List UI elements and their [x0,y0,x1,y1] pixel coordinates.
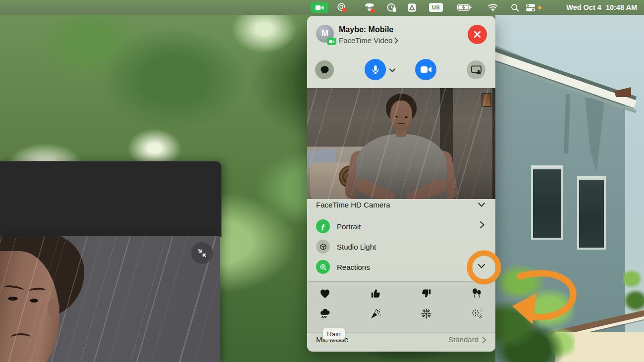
reaction-fireworks-button[interactable] [470,307,483,320]
reactions-effect-label[interactable]: Reactions [337,263,370,271]
facetime-video-menubar-button[interactable] [311,2,328,13]
rain-effect-overlay [307,88,495,199]
facetime-call-panel: M Maybe: Mobile FaceTime Video [307,16,495,352]
clock-date: Wed Oct 4 [566,3,601,11]
video-camera-icon [315,4,324,11]
call-type-link[interactable]: FaceTime Video [339,36,398,45]
facetime-badge-icon [327,38,336,45]
camera-source-chevron-icon[interactable] [478,202,485,207]
screen-share-icon [471,65,482,75]
lock-circle-icon [386,2,397,13]
house-window [577,178,606,250]
spotlight-status-item[interactable] [508,0,521,15]
magnifier-plus-icon [319,263,327,271]
close-icon [473,30,482,39]
bee-app-status-item[interactable] [362,0,377,15]
mic-mode-value[interactable]: Standard [448,335,479,344]
reaction-thumbs-up-button[interactable] [369,287,382,300]
input-source-menu[interactable]: US [429,3,443,12]
reaction-rain-button[interactable] [319,307,331,320]
chat-bubble-icon [320,65,330,75]
mic-in-use-indicator-dot [538,6,541,9]
search-icon [510,3,520,12]
reaction-lasers-button[interactable] [420,307,432,320]
portrait-f-glyph: ƒ [321,222,325,231]
avatar-initial: M [322,29,328,39]
control-center-icon [525,2,536,12]
messages-button[interactable] [315,60,334,79]
screen-mirroring-status-item[interactable] [335,0,349,15]
mic-mode-chevron-icon[interactable] [482,336,487,344]
facetime-remote-video[interactable] [0,236,220,362]
reactions-effect-icon[interactable] [316,260,330,274]
rain-tooltip-label: Rain [327,330,341,338]
reaction-confetti-button[interactable] [369,307,382,320]
bush [495,256,575,362]
clock-time: 10:48 AM [606,3,637,11]
rain-tooltip: Rain [322,328,345,340]
reaction-heart-button[interactable] [319,287,331,300]
shrink-video-button[interactable] [191,242,213,264]
reactions-grid-background [307,281,495,332]
triangle-app-status-item[interactable] [405,0,419,15]
portrait-chevron-icon[interactable] [480,221,485,229]
battery-status-item[interactable] [455,0,475,15]
camera-preview [307,88,495,199]
background-window[interactable] [0,161,221,237]
menu-bar: US [0,0,644,15]
microphone-icon [370,64,381,75]
rain-effect-overlay [0,236,220,362]
input-source-label: US [432,4,440,10]
reactions-expand-chevron-icon[interactable] [478,263,485,269]
cube-icon [319,243,327,251]
battery-charging-icon [457,2,473,12]
call-type-label: FaceTime Video [339,36,392,45]
studio-light-effect-label[interactable]: Studio Light [337,243,376,251]
mic-options-chevron[interactable] [389,66,396,75]
wifi-icon [487,2,499,12]
video-camera-icon [420,65,432,74]
shrink-arrows-icon [197,248,208,259]
screen-mirroring-icon [336,2,347,13]
portrait-effect-icon[interactable]: ƒ [316,219,330,233]
wallpaper-house-scene [495,15,644,362]
screen-share-button[interactable] [467,60,485,79]
chevron-right-icon [394,38,398,44]
reaction-thumbs-down-button[interactable] [420,287,432,300]
mute-button[interactable] [365,59,386,80]
studio-light-effect-icon[interactable] [316,240,330,254]
reaction-balloons-button[interactable] [470,287,483,300]
bush [623,262,644,317]
menu-bar-clock[interactable]: Wed Oct 4 10:48 AM [566,0,637,15]
wifi-status-item[interactable] [485,0,500,15]
privacy-lock-status-item[interactable] [384,0,398,15]
control-center-status-item[interactable] [523,0,538,15]
divider [307,281,495,282]
bee-icon [363,1,376,13]
roof-eave-end [614,87,631,97]
portrait-effect-label[interactable]: Portrait [337,222,361,231]
camera-source-label[interactable]: FaceTime HD Camera [316,201,390,209]
end-call-button[interactable] [468,25,487,44]
caller-name: Maybe: Mobile [339,25,393,34]
camera-toggle-button[interactable] [415,59,436,80]
triangle-app-icon [407,2,417,13]
desktop: US [0,0,644,362]
house-window [531,167,563,240]
